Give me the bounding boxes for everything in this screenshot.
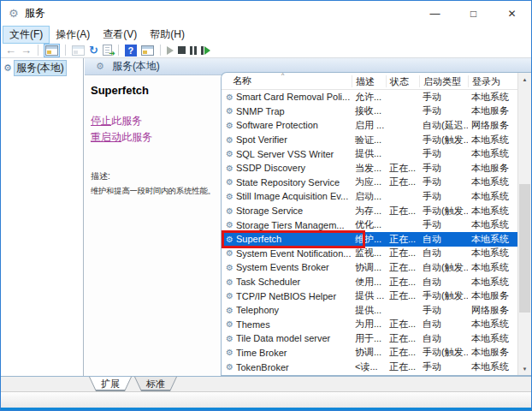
properties-button[interactable] — [72, 45, 85, 56]
startup-cell: 手动(触发... — [419, 346, 468, 359]
close-button[interactable]: ✕ — [493, 1, 531, 26]
menu-action[interactable]: 操作(A) — [50, 27, 96, 43]
menu-file[interactable]: 文件(F) — [3, 27, 49, 43]
stop-service-link[interactable]: 停止此服务 — [91, 114, 219, 128]
table-row[interactable]: ⚙Themes为用...正在...自动本地系统 — [222, 318, 517, 332]
logon-cell: 本地系统 — [468, 261, 517, 274]
desc-cell: 协调... — [352, 261, 386, 274]
table-row[interactable]: ⚙Tile Data model server用于...正在...自动本地系统 — [222, 331, 517, 346]
tab-standard[interactable]: 标准 — [134, 377, 177, 391]
export-list-button[interactable] — [103, 45, 112, 56]
scroll-down-icon[interactable]: ▼ — [518, 362, 531, 375]
refresh-icon: ↻ — [89, 45, 98, 56]
table-row[interactable]: ⚙Still Image Acquisition Ev...启动...手动本地系… — [222, 189, 517, 204]
startup-cell: 自动 — [419, 318, 468, 331]
help-icon: ? — [125, 45, 137, 57]
scroll-up-icon[interactable]: ▲ — [518, 73, 531, 86]
vertical-scrollbar[interactable]: ▲ ▼ — [517, 73, 531, 375]
logon-cell: 本地系统 — [468, 91, 517, 104]
name-cell: ⚙System Event Notification... — [222, 248, 352, 259]
menu-view[interactable]: 查看(V) — [97, 27, 143, 43]
toolbar-separator — [65, 45, 66, 56]
column-header-logon-as[interactable]: 登录为 — [468, 75, 517, 87]
name-cell: ⚙State Repository Service — [222, 177, 352, 188]
startup-cell: 手动 — [419, 190, 468, 203]
table-row[interactable]: ⚙Superfetch维护...正在...自动本地系统 — [222, 232, 517, 247]
logon-cell: 本地服务 — [468, 162, 517, 175]
logon-cell: 本地服务 — [468, 104, 517, 117]
maximize-button[interactable]: □ — [454, 1, 493, 26]
table-row[interactable]: ⚙Storage Tiers Managem...优化...手动本地系统 — [222, 217, 517, 232]
show-console-tree-button[interactable] — [44, 45, 59, 57]
view-tabs-bar: 扩展 标准 — [1, 376, 531, 391]
logon-cell: 网络服务 — [468, 304, 517, 317]
name-cell: ⚙System Events Broker — [222, 262, 352, 272]
restart-service-button[interactable] — [201, 46, 210, 55]
status-cell: 正在... — [386, 346, 419, 359]
table-row[interactable]: ⚙Telephony提供...手动网络服务 — [222, 303, 517, 318]
column-header-description[interactable]: 描述 — [352, 75, 386, 87]
status-cell: 正在... — [386, 276, 419, 289]
forward-icon[interactable]: → — [21, 45, 32, 56]
help-button[interactable]: ? — [125, 45, 137, 57]
restart-service-link[interactable]: 重启动此服务 — [91, 130, 219, 145]
menu-help[interactable]: 帮助(H) — [144, 27, 191, 43]
table-row[interactable]: ⚙System Event Notification...监视...正在...自… — [222, 247, 517, 261]
startup-cell: 手动(触发... — [419, 289, 468, 302]
pause-service-button[interactable] — [190, 46, 197, 55]
service-table-body: ⚙Smart Card Removal Poli...允许...手动本地系统⚙S… — [222, 90, 517, 375]
logon-cell: 本地系统 — [468, 176, 517, 188]
logon-cell: 本地系统 — [468, 332, 517, 345]
stop-service-button[interactable] — [178, 46, 186, 54]
service-gear-icon: ⚙ — [226, 177, 233, 187]
minimize-button[interactable]: — — [416, 1, 454, 26]
table-row[interactable]: ⚙State Repository Service为应...正在...手动本地系… — [222, 176, 517, 190]
table-row[interactable]: ⚙Storage Service为存...正在...手动(触发...本地系统 — [222, 204, 517, 218]
name-cell: ⚙Tile Data model server — [222, 333, 352, 343]
name-cell: ⚙Telephony — [222, 305, 352, 315]
name-cell: ⚙Smart Card Removal Poli... — [222, 92, 352, 102]
table-header: ^ 名称 描述 状态 启动类型 登录为 — [222, 73, 517, 90]
back-icon[interactable]: ← — [5, 45, 16, 56]
table-row[interactable]: ⚙Time Broker协调...正在...手动(触发...本地服务 — [222, 346, 517, 360]
name-cell: ⚙Storage Tiers Managem... — [222, 220, 352, 230]
tree-item-services-local[interactable]: ⚙ 服务(本地) — [3, 61, 83, 75]
table-row[interactable]: ⚙TokenBroker<读...正在...手动本地系统 — [222, 360, 517, 374]
column-header-status[interactable]: 状态 — [386, 75, 419, 87]
table-row[interactable]: ⚙Smart Card Removal Poli...允许...手动本地系统 — [222, 90, 517, 104]
service-gear-icon: ⚙ — [3, 63, 12, 74]
startup-cell: 手动 — [419, 147, 468, 160]
table-row[interactable]: ⚙Spot Verifier验证...手动(触发...本地系统 — [222, 133, 517, 147]
table-row[interactable]: ⚙System Events Broker协调...正在...自动(触发...本… — [222, 260, 517, 275]
stop-icon — [178, 46, 186, 54]
status-cell: 正在... — [386, 162, 419, 175]
table-row[interactable]: ⚙Task Scheduler使用...正在...自动本地系统 — [222, 275, 517, 289]
table-row[interactable]: ⚙SNMP Trap接收...手动本地服务 — [222, 104, 517, 119]
table-row[interactable]: ⚙SQL Server VSS Writer提供...手动本地系统 — [222, 146, 517, 161]
service-gear-icon: ⚙ — [226, 291, 233, 301]
start-service-button[interactable] — [167, 46, 174, 55]
name-cell: ⚙SNMP Trap — [222, 106, 352, 116]
startup-cell: 手动 — [419, 218, 468, 231]
table-row[interactable]: ⚙Software Protection启用 ...自动(延迟...网络服务 — [222, 118, 517, 133]
column-header-name[interactable]: 名称 — [222, 74, 352, 87]
status-cell: 正在... — [386, 233, 419, 246]
tab-extended[interactable]: 扩展 — [89, 377, 132, 391]
logon-cell: 本地系统 — [468, 247, 517, 259]
show-action-pane-button[interactable] — [141, 45, 154, 56]
status-cell: 正在... — [386, 205, 419, 217]
table-row[interactable]: ⚙TCP/IP NetBIOS Helper提供 ...正在...手动(触发..… — [222, 289, 517, 303]
desc-cell: 协调... — [352, 346, 386, 359]
name-cell: ⚙TokenBroker — [222, 362, 352, 372]
service-gear-icon: ⚙ — [226, 164, 233, 173]
column-header-startup-type[interactable]: 启动类型 — [419, 75, 468, 87]
service-gear-icon: ⚙ — [226, 192, 233, 201]
scrollbar-thumb[interactable] — [519, 184, 530, 313]
status-cell: 正在... — [386, 247, 419, 259]
tab-standard-label: 标准 — [134, 377, 177, 390]
refresh-button[interactable]: ↻ — [89, 45, 98, 56]
table-row[interactable]: ⚙SSDP Discovery当发...正在...手动本地服务 — [222, 161, 517, 176]
logon-cell: 本地系统 — [468, 276, 517, 289]
service-gear-icon: ⚙ — [96, 61, 104, 72]
services-window: ⚙ 服务 — □ ✕ 文件(F) 操作(A) 查看(V) 帮助(H) ← → ↻… — [0, 0, 532, 411]
